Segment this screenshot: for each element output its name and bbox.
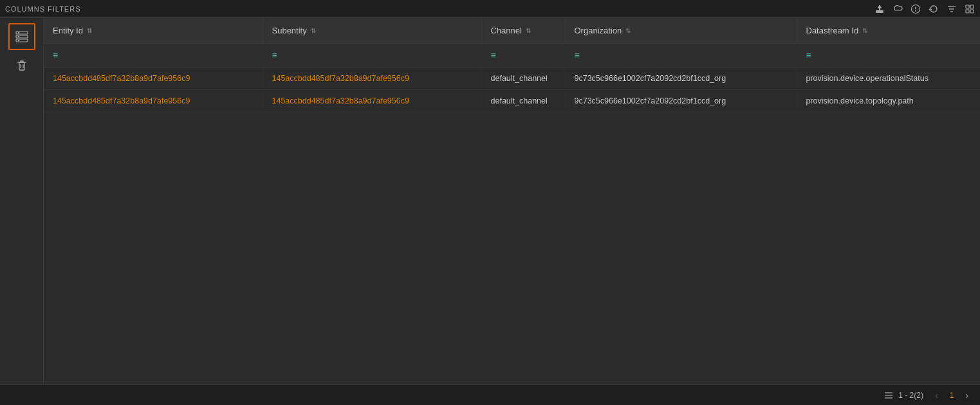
grid-icon[interactable]	[965, 4, 975, 14]
left-sidebar	[0, 18, 44, 384]
cell-channel-1: default_channel	[481, 90, 565, 113]
svg-rect-20	[19, 62, 24, 70]
filter-row: ≡ ≡ ≡ ≡ ≡	[44, 44, 980, 68]
sort-icon-channel: ⇅	[526, 27, 531, 34]
svg-rect-10	[966, 5, 969, 8]
filter-icon-datastream: ≡	[806, 50, 811, 60]
prev-page-button[interactable]: ‹	[931, 389, 942, 402]
th-organization[interactable]: Organization ⇅	[565, 18, 797, 44]
th-channel[interactable]: Channel ⇅	[481, 18, 565, 44]
cell-datastream-id-0: provision.device.operationalStatus	[797, 68, 980, 90]
th-datastream-id[interactable]: Datastream Id ⇅	[797, 18, 980, 44]
export-icon[interactable]	[874, 4, 885, 14]
filter-organization[interactable]: ≡	[565, 44, 797, 68]
filter-icon-organization: ≡	[575, 50, 580, 60]
svg-marker-2	[877, 5, 882, 8]
entity-id-link[interactable]: 145accbdd485df7a32b8a9d7afe956c9	[53, 96, 190, 105]
table-body: 145accbdd485df7a32b8a9d7afe956c9145accbd…	[44, 68, 980, 113]
svg-rect-12	[966, 10, 969, 13]
sort-icon-entity-id: ⇅	[87, 27, 92, 34]
delete-button[interactable]	[8, 55, 35, 76]
pagination-range: 1 - 2(2)	[898, 391, 923, 400]
filter-subentity[interactable]: ≡	[263, 44, 481, 68]
status-bar: 1 - 2(2) ‹ 1 ›	[0, 384, 980, 405]
subentity-link[interactable]: 145accbdd485df7a32b8a9d7afe956c9	[272, 96, 409, 105]
svg-rect-5	[915, 6, 916, 9]
main-content: Entity Id ⇅ Subentity ⇅ Channel ⇅	[0, 18, 980, 384]
toolbar-right	[874, 0, 975, 17]
cell-organization-1: 9c73c5c966e1002cf7a2092cd2bf1ccd_org	[565, 90, 797, 113]
svg-rect-13	[970, 10, 974, 13]
toolbar-label: COLUMNS FILTERS	[5, 5, 80, 13]
table-row: 145accbdd485df7a32b8a9d7afe956c9145accbd…	[44, 68, 980, 90]
refresh-icon[interactable]	[929, 4, 939, 14]
cloud-icon[interactable]	[892, 4, 903, 14]
filter-entity-id[interactable]: ≡	[44, 44, 263, 68]
cell-subentity-0[interactable]: 145accbdd485df7a32b8a9d7afe956c9	[263, 68, 481, 90]
svg-rect-11	[970, 5, 974, 8]
cell-datastream-id-1: provision.device.topology.path	[797, 90, 980, 113]
svg-point-19	[17, 40, 19, 42]
sort-icon-datastream: ⇅	[862, 27, 867, 34]
top-toolbar: COLUMNS FILTERS	[0, 0, 980, 18]
svg-point-18	[17, 36, 19, 38]
next-page-button[interactable]: ›	[961, 389, 972, 402]
cell-entity-id-0[interactable]: 145accbdd485df7a32b8a9d7afe956c9	[44, 68, 263, 90]
table-row: 145accbdd485df7a32b8a9d7afe956c9145accbd…	[44, 90, 980, 113]
list-icon	[884, 392, 893, 399]
column-toggle-button[interactable]	[8, 23, 35, 50]
filter-datastream-id[interactable]: ≡	[797, 44, 980, 68]
filter-icon[interactable]	[947, 4, 957, 14]
sort-icon-subentity: ⇅	[311, 27, 316, 34]
entity-id-link[interactable]: 145accbdd485df7a32b8a9d7afe956c9	[53, 74, 190, 83]
svg-point-17	[17, 32, 19, 34]
cell-subentity-1[interactable]: 145accbdd485df7a32b8a9d7afe956c9	[263, 90, 481, 113]
current-page: 1	[950, 391, 954, 400]
table-container: Entity Id ⇅ Subentity ⇅ Channel ⇅	[44, 18, 980, 384]
cell-organization-0: 9c73c5c966e1002cf7a2092cd2bf1ccd_org	[565, 68, 797, 90]
cell-channel-0: default_channel	[481, 68, 565, 90]
svg-rect-0	[876, 10, 883, 12]
filter-channel[interactable]: ≡	[481, 44, 565, 68]
svg-point-6	[915, 10, 916, 12]
filter-icon-channel: ≡	[491, 50, 496, 60]
th-subentity[interactable]: Subentity ⇅	[263, 18, 481, 44]
data-table: Entity Id ⇅ Subentity ⇅ Channel ⇅	[44, 18, 980, 113]
subentity-link[interactable]: 145accbdd485df7a32b8a9d7afe956c9	[272, 74, 409, 83]
table-header-row: Entity Id ⇅ Subentity ⇅ Channel ⇅	[44, 18, 980, 44]
filter-icon-subentity: ≡	[272, 50, 277, 60]
svg-rect-3	[876, 12, 883, 13]
cell-entity-id-1[interactable]: 145accbdd485df7a32b8a9d7afe956c9	[44, 90, 263, 113]
toolbar-left: COLUMNS FILTERS	[5, 5, 80, 13]
alert-icon[interactable]	[911, 4, 921, 14]
th-entity-id[interactable]: Entity Id ⇅	[44, 18, 263, 44]
sort-icon-organization: ⇅	[625, 27, 631, 34]
pagination-info: 1 - 2(2)	[884, 391, 923, 400]
filter-icon-entity-id: ≡	[53, 50, 58, 60]
